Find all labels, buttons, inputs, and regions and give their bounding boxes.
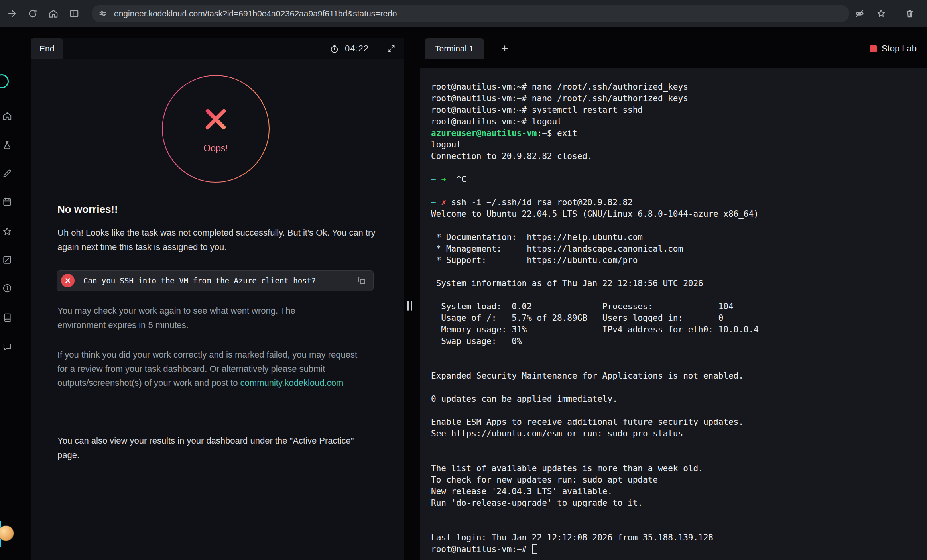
terminal-line: System information as of Thu Jan 22 12:1… (431, 278, 927, 289)
terminal-input-area[interactable]: root@nautilus-vm:~# nano /root/.ssh/auth… (420, 68, 927, 560)
terminal-line: * Documentation: https://help.ubuntu.com (431, 232, 927, 243)
address-bar[interactable]: engineer.kodekloud.com/task?id=691b0e4a0… (92, 5, 849, 22)
home-nav-icon[interactable] (45, 6, 61, 22)
panel-resize-handle[interactable] (407, 301, 412, 311)
stop-icon (870, 45, 877, 52)
result-paragraph-4: You can also view your results in your d… (57, 434, 364, 462)
progress-ring-icon (0, 74, 9, 88)
delete-icon[interactable] (902, 6, 918, 22)
result-paragraph-3: If you think you did your work correctly… (57, 348, 364, 390)
bookmark-star-icon[interactable] (873, 6, 889, 22)
terminal-line (431, 451, 927, 463)
terminal-line: ~ ➜ ^C (431, 174, 927, 185)
terminal-line: Expanded Security Maintenance for Applic… (431, 370, 927, 382)
calendar-icon[interactable] (2, 196, 13, 207)
terminal-cursor (532, 544, 537, 554)
terminal-line: root@nautilus-vm:~# systemctl restart ss… (431, 104, 927, 116)
task-panel: End 04:22 (31, 38, 404, 560)
terminal-line: To check for new updates run: sudo apt u… (431, 474, 927, 486)
terminal-line (431, 359, 927, 370)
playground-icon[interactable] (2, 168, 13, 179)
stop-lab-label: Stop Lab (882, 43, 917, 54)
copy-icon[interactable] (355, 274, 368, 287)
terminal-header: Terminal 1 + Stop Lab (420, 38, 927, 59)
timer: 04:22 (329, 38, 396, 59)
terminal-line: root@nautilus-vm:~# nano /root/.ssh/auth… (431, 81, 927, 93)
end-tab[interactable]: End (31, 38, 63, 59)
achievements-icon[interactable] (2, 226, 13, 237)
terminal-line: Memory usage: 31% IPv4 address for eth0:… (431, 324, 927, 336)
task-panel-header: End 04:22 (31, 38, 404, 59)
terminal-line: See https://ubuntu.com/esm or run: sudo … (431, 428, 927, 440)
site-settings-icon[interactable] (98, 9, 108, 18)
terminal-line: Run 'do-release-upgrade' to upgrade to i… (431, 497, 927, 509)
docs-icon[interactable] (2, 312, 13, 323)
url-text: engineer.kodekloud.com/task?id=691b0e4a0… (114, 9, 397, 18)
notes-icon[interactable] (2, 254, 13, 265)
question-text: Can you SSH into the VM from the Azure c… (83, 276, 355, 285)
new-terminal-button[interactable]: + (498, 41, 512, 56)
terminal-line (431, 289, 927, 301)
terminal-line: root@nautilus-vm:~# nano /root/.ssh/auth… (431, 93, 927, 104)
terminal-line: Connection to 20.9.82.82 closed. (431, 151, 927, 162)
terminal-line (431, 521, 927, 532)
failed-task-question: Can you SSH into the VM from the Azure c… (57, 270, 374, 291)
terminal-line: ~ ✗ ssh -i ~/.ssh/id_rsa root@20.9.82.82 (431, 197, 927, 208)
terminal-line: * Support: https://ubuntu.com/pro (431, 255, 927, 266)
terminal-line: 0 updates can be applied immediately. (431, 393, 927, 405)
terminal-line (431, 440, 927, 451)
terminal-line (431, 220, 927, 232)
expand-icon[interactable] (386, 44, 396, 53)
terminal-line: New release '24.04.3 LTS' available. (431, 486, 927, 497)
terminal-panel: Terminal 1 + Stop Lab root@nautilus-vm:~… (420, 38, 927, 560)
terminal-line (431, 162, 927, 174)
labs-icon[interactable] (2, 140, 13, 151)
result-heading: No worries!! (57, 203, 118, 216)
sidebar: < (0, 27, 18, 560)
terminal-line: azureuser@nautilus-vm:~$ exit (431, 128, 927, 139)
result-badge: Oops! (162, 75, 270, 183)
stop-lab-button[interactable]: Stop Lab (870, 38, 917, 59)
terminal-line: Last login: Thu Jan 22 12:12:08 2026 fro… (431, 532, 927, 544)
browser-topbar: engineer.kodekloud.com/task?id=691b0e4a0… (0, 0, 927, 27)
eye-off-icon[interactable] (852, 6, 868, 22)
terminal-line: Welcome to Ubuntu 22.04.5 LTS (GNU/Linux… (431, 208, 927, 220)
stopwatch-icon (329, 44, 339, 54)
timer-value: 04:22 (345, 43, 369, 54)
terminal-line: Usage of /: 5.7% of 28.89GB Users logged… (431, 312, 927, 324)
terminal-line (431, 405, 927, 417)
community-link[interactable]: community.kodekloud.com (240, 376, 344, 390)
terminal-line: The list of available updates is more th… (431, 463, 927, 474)
info-icon[interactable] (2, 283, 13, 294)
terminal-output: root@nautilus-vm:~# nano /root/.ssh/auth… (431, 81, 927, 555)
terminal-line (431, 382, 927, 393)
terminal-line: * Management: https://landscape.canonica… (431, 243, 927, 255)
terminal-line (431, 266, 927, 278)
terminal-line: System load: 0.02 Processes: 104 (431, 301, 927, 312)
oops-label: Oops! (203, 143, 228, 154)
reload-icon[interactable] (25, 6, 41, 22)
side-panel-icon[interactable] (66, 6, 82, 22)
chat-icon[interactable] (2, 341, 13, 352)
result-paragraph-1: Uh oh! Looks like the task was not compl… (57, 226, 380, 254)
avatar[interactable] (0, 525, 14, 541)
terminal-line (431, 185, 927, 197)
terminal-line: root@nautilus-vm:~# (431, 544, 927, 555)
terminal-line (431, 347, 927, 359)
forward-icon[interactable] (4, 6, 20, 22)
terminal-line: root@nautilus-vm:~# logout (431, 116, 927, 128)
terminal-line (431, 509, 927, 521)
failed-check-icon (61, 274, 75, 287)
terminal-tab[interactable]: Terminal 1 (425, 38, 484, 59)
home-icon[interactable] (2, 110, 13, 122)
terminal-line: Swap usage: 0% (431, 336, 927, 347)
result-paragraph-2: You may check your work again to see wha… (57, 304, 333, 332)
failed-x-icon (201, 104, 231, 134)
terminal-line: logout (431, 139, 927, 151)
terminal-line: Enable ESM Apps to receive additional fu… (431, 417, 927, 428)
